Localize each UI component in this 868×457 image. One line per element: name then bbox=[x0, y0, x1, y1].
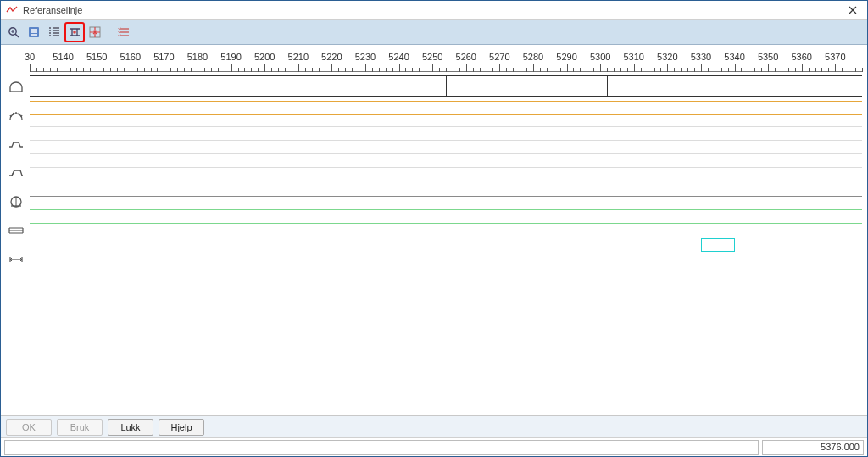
ruler-label: 5320 bbox=[657, 52, 677, 62]
segment-divider bbox=[607, 75, 608, 96]
ruler-label: 5260 bbox=[456, 52, 476, 62]
profile1-icon[interactable] bbox=[8, 137, 25, 152]
ruler-label: 5330 bbox=[691, 52, 711, 62]
ruler-label: 5310 bbox=[623, 52, 643, 62]
selection-box[interactable] bbox=[701, 238, 735, 252]
ruler-label: 5280 bbox=[523, 52, 543, 62]
track-line bbox=[30, 114, 862, 115]
ok-button: OK bbox=[6, 419, 52, 436]
app-logo-icon bbox=[6, 5, 18, 15]
ruler-label: 5160 bbox=[120, 52, 141, 62]
content-area: 3051405150516051705180519052005210522052… bbox=[1, 45, 867, 415]
track-line bbox=[30, 223, 862, 224]
lines-button[interactable] bbox=[25, 23, 43, 42]
track-line bbox=[30, 196, 862, 197]
profile2-icon[interactable] bbox=[8, 165, 25, 181]
ruler-label: 5180 bbox=[187, 52, 208, 62]
ruler-label: 30 bbox=[25, 52, 35, 62]
ruler-label: 5250 bbox=[422, 52, 442, 62]
close-button[interactable] bbox=[838, 1, 867, 20]
ruler-label: 5210 bbox=[288, 52, 309, 62]
close-button-bottom[interactable]: Lukk bbox=[108, 419, 153, 436]
layers-icon[interactable] bbox=[8, 223, 25, 238]
status-left bbox=[4, 440, 759, 455]
track-line bbox=[30, 153, 862, 154]
circle-cross-icon[interactable] bbox=[8, 194, 25, 209]
track-line bbox=[30, 126, 862, 127]
segment-divider bbox=[446, 75, 447, 96]
track-line bbox=[30, 96, 862, 97]
ruler-label: 5340 bbox=[724, 52, 744, 62]
ruler-label: 5370 bbox=[825, 52, 845, 62]
apply-button: Bruk bbox=[57, 419, 103, 436]
status-value: 5376.000 bbox=[762, 440, 864, 455]
ruler-label: 5350 bbox=[758, 52, 778, 62]
track-line bbox=[30, 101, 862, 102]
tunnel-icon[interactable] bbox=[8, 79, 25, 94]
track-line bbox=[30, 181, 862, 181]
title-bar: Referanselinje bbox=[1, 1, 867, 20]
help-button[interactable]: Hjelp bbox=[159, 419, 204, 436]
zoom-extents-button[interactable] bbox=[4, 23, 23, 42]
crosshair-button[interactable] bbox=[86, 23, 104, 42]
gear-icon[interactable] bbox=[8, 108, 25, 123]
toolbar bbox=[1, 20, 867, 45]
track-area[interactable] bbox=[30, 75, 862, 415]
ruler-label: 5360 bbox=[791, 52, 811, 62]
ruler-label: 5220 bbox=[321, 52, 342, 62]
ruler: 3051405150516051705180519052005210522052… bbox=[30, 47, 862, 72]
track-line bbox=[30, 209, 862, 210]
ruler-label: 5140 bbox=[53, 52, 73, 62]
checklist-button[interactable] bbox=[114, 23, 133, 42]
track-line bbox=[30, 167, 862, 168]
left-tool-strip bbox=[1, 75, 30, 415]
track-line bbox=[30, 140, 862, 141]
lane-edit-button[interactable] bbox=[65, 23, 84, 42]
ruler-label: 5290 bbox=[556, 52, 576, 62]
ruler-label: 5150 bbox=[86, 52, 107, 62]
width-icon[interactable] bbox=[8, 252, 25, 267]
bottom-bar: OK Bruk Lukk Hjelp bbox=[1, 415, 867, 437]
ruler-label: 5230 bbox=[355, 52, 376, 62]
ruler-label: 5270 bbox=[489, 52, 509, 62]
svg-point-2 bbox=[73, 31, 76, 34]
list-button[interactable] bbox=[45, 23, 64, 42]
window-frame: Referanselinje 3051405150516051705180519… bbox=[0, 0, 868, 457]
ruler-label: 5240 bbox=[388, 52, 409, 62]
ruler-label: 5190 bbox=[220, 52, 241, 62]
window-title: Referanselinje bbox=[23, 5, 82, 15]
ruler-label: 5170 bbox=[153, 52, 174, 62]
ruler-label: 5300 bbox=[590, 52, 610, 62]
ruler-label: 5200 bbox=[254, 52, 275, 62]
status-bar: 5376.000 bbox=[1, 437, 867, 456]
